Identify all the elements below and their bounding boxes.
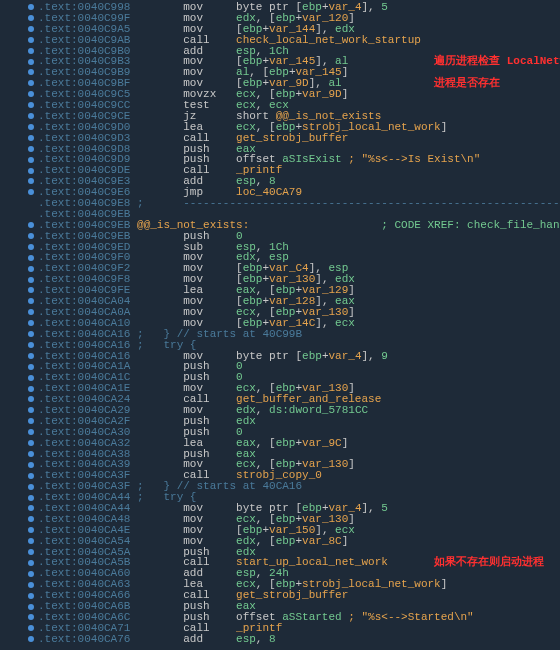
breakpoint-dot[interactable] <box>28 320 34 326</box>
mnemonic: add <box>183 633 236 645</box>
breakpoint-dot[interactable] <box>28 298 34 304</box>
breakpoint-dot[interactable] <box>28 604 34 610</box>
disassembly-listing[interactable]: .text:0040C998 mov byte ptr [ebp+var_4],… <box>38 0 560 650</box>
breakpoint-dot[interactable] <box>28 277 34 283</box>
breakpoint-dot[interactable] <box>28 331 34 337</box>
annotation: 如果不存在则启动进程 <box>434 556 544 568</box>
address: .text:0040CA76 <box>38 633 183 645</box>
breakpoint-dot[interactable] <box>28 353 34 359</box>
breakpoint-dot[interactable] <box>28 178 34 184</box>
breakpoint-dot[interactable] <box>28 582 34 588</box>
breakpoint-dot[interactable] <box>28 495 34 501</box>
breakpoint-dot[interactable] <box>28 614 34 620</box>
breakpoint-dot[interactable] <box>28 59 34 65</box>
breakpoint-dot[interactable] <box>28 473 34 479</box>
breakpoint-dot[interactable] <box>28 593 34 599</box>
breakpoint-dot[interactable] <box>28 440 34 446</box>
breakpoint-dot[interactable] <box>28 222 34 228</box>
xref: ; CODE XREF: check_file_handler+20E↑j <box>381 219 560 231</box>
breakpoint-dot[interactable] <box>28 429 34 435</box>
breakpoint-dot[interactable] <box>28 484 34 490</box>
breakpoint-dot[interactable] <box>28 560 34 566</box>
breakpoint-dot[interactable] <box>28 527 34 533</box>
breakpoint-dot[interactable] <box>28 124 34 130</box>
breakpoint-dot[interactable] <box>28 636 34 642</box>
breakpoint-dot[interactable] <box>28 266 34 272</box>
annotation: 遍历进程检查 LocalNetwork.exe <box>434 55 560 67</box>
operands: byte ptr [ebp+var_4], 9 <box>236 350 388 362</box>
breakpoint-dot[interactable] <box>28 451 34 457</box>
breakpoint-dot[interactable] <box>28 146 34 152</box>
breakpoint-dot[interactable] <box>28 113 34 119</box>
breakpoint-dot[interactable] <box>28 91 34 97</box>
breakpoint-dot[interactable] <box>28 375 34 381</box>
breakpoint-dot[interactable] <box>28 538 34 544</box>
asm-line[interactable]: .text:0040CA76 add esp, 8 <box>38 634 560 645</box>
breakpoint-dot[interactable] <box>28 396 34 402</box>
breakpoint-dot[interactable] <box>28 625 34 631</box>
breakpoint-dot[interactable] <box>28 255 34 261</box>
annotation: 进程是否存在 <box>434 77 500 89</box>
breakpoint-dot[interactable] <box>28 407 34 413</box>
breakpoint-dot[interactable] <box>28 102 34 108</box>
breakpoint-dot[interactable] <box>28 26 34 32</box>
breakpoint-dot[interactable] <box>28 157 34 163</box>
breakpoint-dot[interactable] <box>28 364 34 370</box>
breakpoint-dot[interactable] <box>28 418 34 424</box>
breakpoint-dot[interactable] <box>28 69 34 75</box>
breakpoint-dot[interactable] <box>28 244 34 250</box>
breakpoint-dot[interactable] <box>28 386 34 392</box>
breakpoint-dot[interactable] <box>28 15 34 21</box>
breakpoint-dot[interactable] <box>28 189 34 195</box>
breakpoint-dot[interactable] <box>28 549 34 555</box>
operands: esp, 8 <box>236 633 276 645</box>
breakpoint-dot[interactable] <box>28 233 34 239</box>
breakpoint-dot[interactable] <box>28 4 34 10</box>
breakpoint-dot[interactable] <box>28 516 34 522</box>
breakpoint-dot[interactable] <box>28 80 34 86</box>
breakpoint-dot[interactable] <box>28 505 34 511</box>
breakpoint-dot[interactable] <box>28 168 34 174</box>
breakpoint-dot[interactable] <box>28 462 34 468</box>
breakpoint-dot[interactable] <box>28 37 34 43</box>
breakpoint-dot[interactable] <box>28 48 34 54</box>
breakpoint-dot[interactable] <box>28 135 34 141</box>
breakpoint-dot[interactable] <box>28 287 34 293</box>
breakpoint-dot[interactable] <box>28 571 34 577</box>
breakpoint-dot[interactable] <box>28 309 34 315</box>
breakpoint-dot[interactable] <box>28 342 34 348</box>
flow-arrows <box>0 0 24 650</box>
